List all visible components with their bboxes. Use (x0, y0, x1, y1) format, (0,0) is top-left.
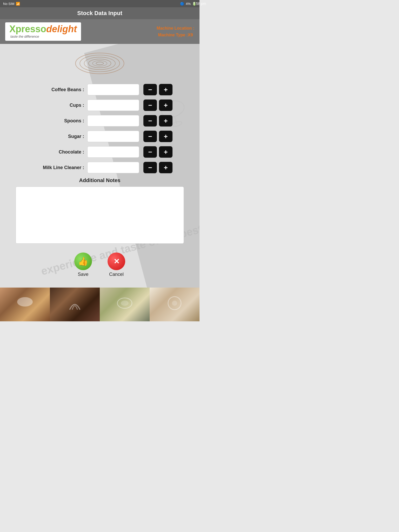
svg-point-7 (92, 61, 107, 66)
status-left: No SIM 📶 (3, 2, 20, 6)
milk-line-cleaner-input[interactable] (87, 162, 139, 173)
save-button[interactable]: 👍 (74, 252, 92, 270)
cups-increment[interactable]: + (159, 99, 172, 111)
sugar-decrement[interactable]: − (143, 131, 157, 142)
machine-type: Machine Type :X9 (157, 32, 194, 38)
coffee-beans-increment[interactable]: + (159, 84, 172, 95)
save-button-container[interactable]: 👍 Save (74, 252, 92, 277)
cups-label: Cups : (27, 103, 84, 108)
additional-notes-section: Additional Notes (16, 177, 184, 245)
svg-point-13 (172, 301, 177, 306)
cups-decrement[interactable]: − (143, 99, 157, 111)
spoons-increment[interactable]: + (159, 115, 172, 127)
cancel-button[interactable]: ✕ (108, 252, 125, 270)
svg-point-6 (89, 59, 111, 68)
spoons-row: Spoons : − + (16, 115, 184, 127)
sugar-row: Sugar : − + (16, 131, 184, 142)
logo-xpresso: Xpresso (9, 24, 46, 34)
coffee-beans-label: Coffee Beans : (27, 87, 84, 92)
no-sim-text: No SIM (3, 2, 14, 6)
cups-steppers: − + (143, 99, 172, 111)
photo-strip (0, 288, 200, 321)
cancel-icon: ✕ (114, 257, 119, 266)
milk-line-cleaner-label: Milk Line Cleaner : (27, 165, 84, 170)
coffee-beans-row: Coffee Beans : − + (16, 84, 184, 95)
chocolate-label: Chocolate : (27, 149, 84, 155)
logo-delight: delight (46, 24, 77, 34)
nav-bar: Stock Data Input (0, 7, 200, 19)
header: Xpressodelight taste the difference Mach… (0, 19, 200, 44)
coffee-beans-steppers: − + (143, 84, 172, 95)
chocolate-decrement[interactable]: − (143, 146, 157, 158)
bluetooth-icon: 🔵 (180, 2, 184, 6)
cups-row: Cups : − + (16, 99, 184, 111)
cups-input[interactable] (87, 99, 139, 111)
coffee-beans-decrement[interactable]: − (143, 84, 157, 95)
svg-point-11 (121, 301, 129, 306)
chocolate-steppers: − + (143, 146, 172, 158)
chocolate-input[interactable] (87, 146, 139, 158)
sugar-increment[interactable]: + (159, 131, 172, 142)
coffee-beans-input[interactable] (87, 84, 139, 95)
spoons-input[interactable] (87, 115, 139, 127)
cancel-button-container[interactable]: ✕ Cancel (108, 252, 125, 277)
logo-tagline: taste the difference (9, 34, 77, 39)
milk-line-cleaner-increment[interactable]: + (159, 162, 172, 173)
additional-notes-label: Additional Notes (16, 177, 184, 183)
form-container: Coffee Beans : − + Cups : − + Spoons : −… (16, 84, 184, 173)
status-time: 8:58 pm (193, 2, 200, 6)
machine-location: Machine Location : (157, 25, 194, 32)
sugar-steppers: − + (143, 131, 172, 142)
chocolate-row: Chocolate : − + (16, 146, 184, 158)
svg-point-3 (76, 53, 124, 74)
status-bar: No SIM 📶 8:58 pm 🔵 4% 🔋 (0, 0, 200, 7)
chocolate-increment[interactable]: + (159, 146, 172, 158)
wifi-icon: 📶 (16, 2, 20, 6)
main-content: experience and taste of the best Coffee … (0, 44, 200, 288)
spoons-label: Spoons : (27, 118, 84, 124)
logo-text: Xpressodelight (9, 24, 77, 34)
spoons-decrement[interactable]: − (143, 115, 157, 127)
battery-text: 4% (186, 2, 191, 6)
svg-point-8 (96, 62, 103, 65)
additional-notes-textarea[interactable] (16, 187, 184, 244)
sugar-label: Sugar : (27, 134, 84, 139)
spoons-steppers: − + (143, 115, 172, 127)
svg-point-4 (80, 55, 119, 72)
milk-line-cleaner-decrement[interactable]: − (143, 162, 157, 173)
logo-container: Xpressodelight taste the difference (5, 22, 81, 41)
milk-line-cleaner-steppers: − + (143, 162, 172, 173)
machine-info: Machine Location : Machine Type :X9 (157, 25, 194, 38)
save-label: Save (78, 272, 88, 277)
coffee-spiral-image (16, 49, 184, 78)
save-icon: 👍 (78, 256, 88, 266)
photo-strip-item-2 (50, 288, 100, 321)
action-buttons: 👍 Save ✕ Cancel (16, 252, 184, 277)
photo-strip-item-3 (100, 288, 150, 321)
sugar-input[interactable] (87, 131, 139, 142)
photo-strip-item-4 (150, 288, 200, 321)
milk-line-cleaner-row: Milk Line Cleaner : − + (16, 162, 184, 173)
photo-strip-item-1 (0, 288, 50, 321)
page-title: Stock Data Input (4, 10, 195, 17)
cancel-label: Cancel (109, 272, 124, 277)
